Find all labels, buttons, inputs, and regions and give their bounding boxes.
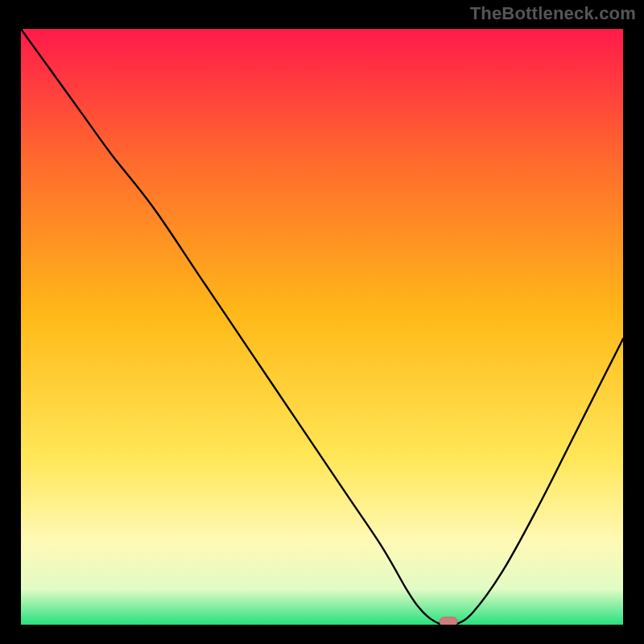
minimum-marker [440, 617, 457, 625]
plot-area [21, 29, 623, 625]
gradient-background [21, 29, 623, 625]
chart-frame: TheBottleneck.com [0, 0, 644, 644]
watermark-text: TheBottleneck.com [470, 3, 636, 24]
bottleneck-plot-svg [21, 29, 623, 625]
